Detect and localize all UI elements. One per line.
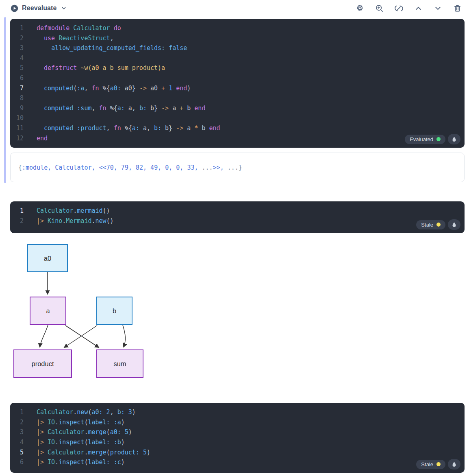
cell-status-area: Stale: [416, 459, 460, 469]
zoom-in-icon[interactable]: [375, 4, 384, 13]
code-line: 5|> Calculator.merge(product: 5): [10, 448, 465, 458]
code-cell-pipeline[interactable]: 1Calculator.new(a0: 2, b: 3)2|> IO.inspe…: [10, 403, 465, 473]
section-focus-indicator: [4, 17, 6, 183]
code-line: 4: [10, 53, 465, 63]
dependency-graph-diagram: a0abproductsum: [12, 242, 175, 382]
cell-status-area: Stale: [416, 219, 460, 230]
status-label: Stale: [421, 461, 433, 467]
code-line: 6: [10, 73, 465, 83]
evaluation-status-badge: Evaluated: [405, 135, 445, 144]
code-line: 2|> IO.inspect(label: :a): [10, 417, 465, 428]
status-label: Stale: [421, 222, 433, 228]
diagram-node-a0: a0: [28, 245, 67, 272]
code-line: 1defmodule Calculator do: [10, 23, 465, 33]
settings-icon[interactable]: [355, 4, 364, 13]
reevaluate-button[interactable]: Reevaluate: [11, 4, 67, 12]
code-line: 2 use ReactiveStruct,: [10, 33, 465, 44]
diagram-node-product: product: [14, 350, 72, 378]
diagram-node-sum: sum: [97, 350, 143, 378]
cell-toolbar: Reevaluate: [0, 0, 469, 16]
code-line: 10: [10, 113, 465, 123]
svg-text:product: product: [31, 360, 54, 367]
code-editor[interactable]: 1Calculator.mermaid()2|> Kino.Mermaid.ne…: [10, 206, 465, 226]
code-editor[interactable]: 1defmodule Calculator do2 use ReactiveSt…: [10, 23, 465, 143]
evaluation-time-button[interactable]: [448, 134, 460, 144]
code-line: 7 computed(:a, fn %{a0: a0} -> a0 + 1 en…: [10, 83, 465, 94]
code-line: 6|> IO.inspect(label: :c): [10, 457, 465, 467]
code-line: 8: [10, 93, 465, 103]
evaluation-status-badge: Stale: [416, 460, 445, 469]
notebook-body: 1defmodule Calculator do2 use ReactiveSt…: [0, 19, 469, 473]
droplet-icon: [452, 136, 457, 142]
code-line: 9 computed :sum, fn %{a: a, b: b} -> a +…: [10, 103, 465, 114]
status-dot: [436, 462, 441, 466]
cell-actions: [355, 4, 462, 13]
code-line: 1Calculator.mermaid(): [10, 206, 465, 216]
code-editor[interactable]: 1Calculator.new(a0: 2, b: 3)2|> IO.inspe…: [10, 407, 465, 467]
evaluation-status-badge: Stale: [416, 220, 445, 229]
chevron-down-icon[interactable]: [433, 4, 442, 13]
code-line: 11 computed :product, fn %{a: a, b: b} -…: [10, 123, 465, 133]
status-dot: [436, 223, 441, 227]
code-line: 12end: [10, 133, 465, 144]
svg-text:a0: a0: [44, 255, 51, 262]
code-line: 3|> Calculator.merge(a0: 5): [10, 427, 465, 437]
droplet-icon: [452, 461, 457, 467]
diagram-nodes: a0abproductsum: [14, 245, 143, 378]
evaluation-time-button[interactable]: [448, 459, 460, 469]
edge-b-to-sum: [123, 325, 125, 347]
diagram-node-a: a: [30, 297, 66, 325]
status-label: Evaluated: [410, 136, 433, 142]
diagram-node-b: b: [97, 297, 132, 325]
edge-a-to-sum: [65, 325, 99, 347]
output-text: {:module, Calculator, <<70, 79, 82, 49, …: [18, 164, 242, 171]
svg-text:a: a: [46, 307, 50, 314]
link-icon[interactable]: [394, 4, 403, 13]
evaluation-time-button[interactable]: [448, 219, 460, 230]
reevaluate-label: Reevaluate: [22, 4, 57, 12]
svg-text:b: b: [113, 307, 116, 314]
edge-a-to-product: [40, 325, 48, 347]
trash-icon[interactable]: [453, 4, 462, 13]
edge-b-to-product: [64, 325, 97, 347]
play-icon: [11, 4, 18, 12]
code-line: 2|> Kino.Mermaid.new(): [10, 216, 465, 226]
status-dot: [436, 137, 441, 141]
cell-status-area: Evaluated: [405, 134, 460, 144]
svg-text:sum: sum: [113, 360, 126, 367]
chevron-down-icon: [61, 5, 67, 11]
code-line: 1Calculator.new(a0: 2, b: 3): [10, 407, 465, 417]
evaluation-output: {:module, Calculator, <<70, 79, 82, 49, …: [10, 153, 465, 182]
code-cell-calculator-module[interactable]: 1defmodule Calculator do2 use ReactiveSt…: [10, 19, 465, 148]
chevron-up-icon[interactable]: [414, 4, 423, 13]
droplet-icon: [452, 222, 457, 228]
code-line: 3 allow_updating_computed_fields: false: [10, 43, 465, 53]
code-cell-mermaid[interactable]: 1Calculator.mermaid()2|> Kino.Mermaid.ne…: [10, 201, 465, 233]
code-line: 4|> IO.inspect(label: :b): [10, 437, 465, 448]
code-line: 5 defstruct ~w(a0 a b sum product)a: [10, 63, 465, 73]
